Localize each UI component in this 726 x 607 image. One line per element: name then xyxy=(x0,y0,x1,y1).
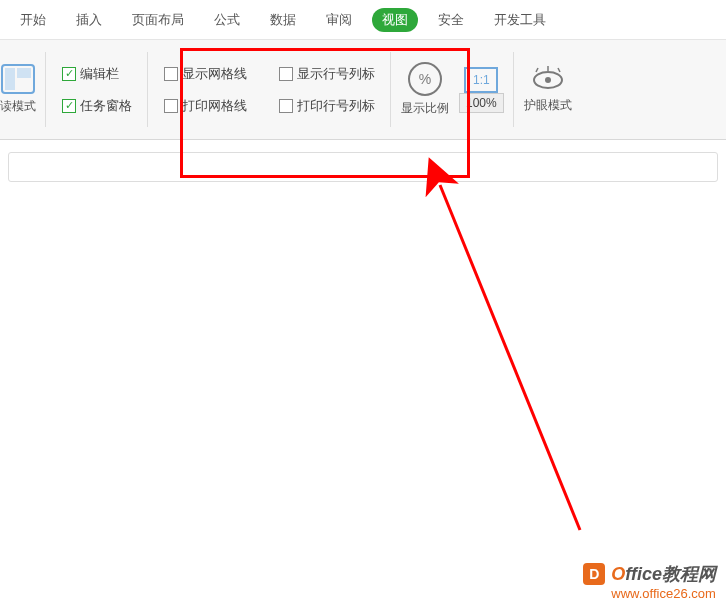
group-headings: 显示行号列标 打印行号列标 xyxy=(263,40,391,139)
zoom-100-button[interactable]: 100% xyxy=(459,93,504,113)
tab-data[interactable]: 数据 xyxy=(260,5,306,35)
group-show-panes: 编辑栏 任务窗格 xyxy=(46,40,148,139)
watermark-brand: Office教程网 xyxy=(611,562,716,586)
show-gridlines-label: 显示网格线 xyxy=(182,65,247,83)
check-icon xyxy=(164,99,178,113)
checkbox-print-headings[interactable]: 打印行号列标 xyxy=(279,97,375,115)
zoom-ratio-label: 显示比例 xyxy=(401,100,449,117)
tab-formula[interactable]: 公式 xyxy=(204,5,250,35)
svg-rect-2 xyxy=(17,68,31,78)
group-gridlines: 显示网格线 打印网格线 xyxy=(148,40,263,139)
check-icon xyxy=(164,67,178,81)
reading-mode-label: 读模式 xyxy=(0,98,36,115)
ribbon: 读模式 编辑栏 任务窗格 显示网格线 打印网格线 xyxy=(0,40,726,140)
ratio-icon[interactable]: 1:1 xyxy=(464,67,498,93)
eye-icon[interactable] xyxy=(528,66,568,93)
svg-line-8 xyxy=(440,185,580,530)
svg-point-4 xyxy=(545,77,551,83)
check-icon xyxy=(62,67,76,81)
svg-line-7 xyxy=(558,68,560,72)
print-gridlines-label: 打印网格线 xyxy=(182,97,247,115)
checkbox-formula-bar[interactable]: 编辑栏 xyxy=(62,65,132,83)
formula-bar-input[interactable] xyxy=(8,152,718,182)
reading-mode-icon[interactable] xyxy=(1,64,35,94)
check-icon xyxy=(62,99,76,113)
tab-review[interactable]: 审阅 xyxy=(316,5,362,35)
percent-icon[interactable]: % xyxy=(408,62,442,96)
svg-rect-1 xyxy=(5,68,15,90)
check-icon xyxy=(279,99,293,113)
svg-line-5 xyxy=(536,68,538,72)
tab-page-layout[interactable]: 页面布局 xyxy=(122,5,194,35)
menu-tabs: 开始 插入 页面布局 公式 数据 审阅 视图 安全 开发工具 xyxy=(0,0,726,40)
checkbox-show-headings[interactable]: 显示行号列标 xyxy=(279,65,375,83)
check-icon xyxy=(279,67,293,81)
watermark-url: www.office26.com xyxy=(611,586,716,601)
tab-security[interactable]: 安全 xyxy=(428,5,474,35)
tab-dev-tools[interactable]: 开发工具 xyxy=(484,5,556,35)
group-eye-mode: 护眼模式 xyxy=(514,40,582,139)
group-zoom: % 显示比例 1:1 100% xyxy=(391,40,514,139)
watermark-logo-icon: D xyxy=(583,563,605,585)
print-headings-label: 打印行号列标 xyxy=(297,97,375,115)
tab-start[interactable]: 开始 xyxy=(10,5,56,35)
tab-view[interactable]: 视图 xyxy=(372,8,418,32)
tab-insert[interactable]: 插入 xyxy=(66,5,112,35)
group-reading-mode: 读模式 xyxy=(0,40,46,139)
formula-bar-label: 编辑栏 xyxy=(80,65,119,83)
checkbox-show-gridlines[interactable]: 显示网格线 xyxy=(164,65,247,83)
checkbox-print-gridlines[interactable]: 打印网格线 xyxy=(164,97,247,115)
show-headings-label: 显示行号列标 xyxy=(297,65,375,83)
task-pane-label: 任务窗格 xyxy=(80,97,132,115)
watermark: D Office教程网 www.office26.com xyxy=(583,562,716,601)
checkbox-task-pane[interactable]: 任务窗格 xyxy=(62,97,132,115)
eye-mode-label: 护眼模式 xyxy=(524,97,572,114)
